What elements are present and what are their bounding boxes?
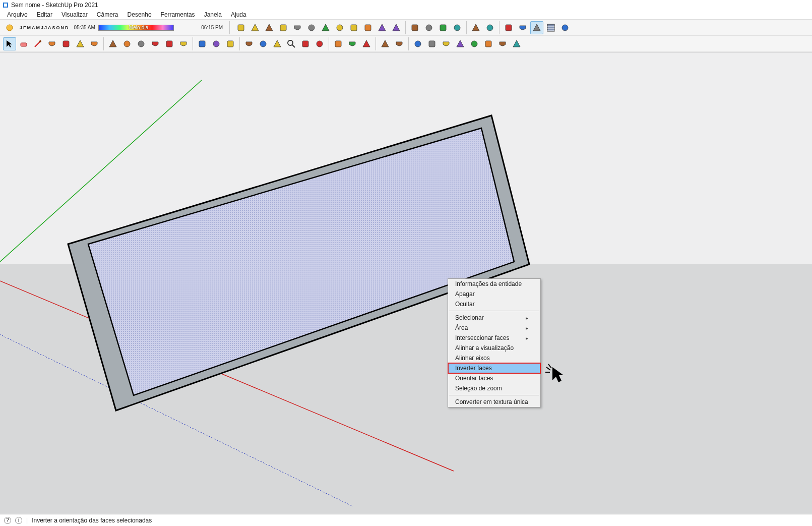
- style4-icon[interactable]: [516, 21, 529, 34]
- extension-icon[interactable]: [393, 37, 406, 50]
- toolbar-row-2: [0, 36, 812, 52]
- info-icon[interactable]: i: [15, 517, 22, 524]
- svg-point-50: [471, 41, 477, 47]
- pricing-icon[interactable]: [347, 21, 360, 34]
- ctx-sele-o-de-zoom[interactable]: Seleção de zoom: [448, 383, 540, 393]
- ctx-orientar-faces[interactable]: Orientar faces: [448, 373, 540, 383]
- svg-marker-13: [393, 24, 400, 31]
- svg-point-43: [317, 41, 323, 47]
- cost-icon[interactable]: [451, 21, 464, 34]
- style2-icon[interactable]: [483, 21, 496, 34]
- sun4-icon[interactable]: [454, 37, 467, 50]
- zoom-icon[interactable]: [285, 37, 298, 50]
- offset-icon[interactable]: [177, 37, 190, 50]
- pushpull-icon[interactable]: [88, 37, 101, 50]
- placemark-icon[interactable]: [248, 21, 262, 34]
- sun8-icon[interactable]: [510, 37, 523, 50]
- svg-point-9: [337, 25, 343, 31]
- ctx--rea[interactable]: Área▸: [448, 323, 540, 333]
- style1-icon[interactable]: [469, 21, 482, 34]
- svg-marker-8: [322, 24, 329, 31]
- move-icon[interactable]: [135, 37, 148, 50]
- scale2-icon[interactable]: [379, 37, 392, 50]
- chevron-right-icon: ▸: [526, 325, 528, 331]
- ctx-alinhar-eixos[interactable]: Alinhar eixos: [448, 353, 540, 363]
- sun5-icon[interactable]: [468, 37, 481, 50]
- cloud-icon[interactable]: [422, 21, 435, 34]
- svg-rect-48: [429, 41, 435, 47]
- menu-editar[interactable]: Editar: [33, 10, 56, 19]
- sun6-icon[interactable]: [482, 37, 495, 50]
- menu-ajuda[interactable]: Ajuda: [227, 10, 251, 19]
- scenes-icon[interactable]: [346, 37, 359, 50]
- position-camera-icon[interactable]: [313, 37, 326, 50]
- eraser-icon[interactable]: [17, 37, 30, 50]
- zoomextents-icon[interactable]: [299, 37, 312, 50]
- location-icon[interactable]: [305, 21, 318, 34]
- layers-icon[interactable]: [332, 37, 345, 50]
- help-icon[interactable]: ?: [4, 517, 11, 524]
- svg-point-19: [487, 25, 493, 31]
- menu-janela[interactable]: Janela: [200, 10, 226, 19]
- ctx-alinhar-a-visualiza-o[interactable]: Alinhar a visualização: [448, 343, 540, 353]
- menu-camera[interactable]: Câmera: [93, 10, 122, 19]
- ctx-selecionar[interactable]: Selecionar▸: [448, 313, 540, 323]
- dimension-icon[interactable]: [224, 37, 237, 50]
- ctx-ocultar[interactable]: Ocultar: [448, 299, 540, 309]
- lookaround-icon[interactable]: [271, 37, 284, 50]
- style-monochrome-icon[interactable]: [558, 21, 572, 34]
- house-icon[interactable]: [319, 21, 332, 34]
- shadow-icon[interactable]: [360, 37, 373, 50]
- enscape-start-icon[interactable]: [408, 21, 421, 34]
- ctx-item-label: Seleção de zoom: [455, 385, 502, 392]
- menu-desenho[interactable]: Desenho: [123, 10, 156, 19]
- rectangle-icon[interactable]: [45, 37, 58, 50]
- sun2-icon[interactable]: [425, 37, 439, 50]
- component-attributes-icon[interactable]: [291, 21, 304, 34]
- ctx-apagar[interactable]: Apagar: [448, 289, 540, 299]
- ctx-item-label: Informações da entidade: [455, 280, 522, 287]
- toolbars: JFMAMJJASOND 05:35 AM Meio-dia 06:15 PM: [0, 20, 812, 52]
- softenedges-icon[interactable]: [242, 37, 256, 50]
- send-icon[interactable]: [376, 21, 389, 34]
- style3-icon[interactable]: [502, 21, 515, 34]
- style5-icon[interactable]: [530, 21, 543, 34]
- line-icon[interactable]: [31, 37, 44, 50]
- section-icon[interactable]: [257, 37, 270, 50]
- followme-icon[interactable]: [120, 37, 134, 50]
- select-icon[interactable]: [3, 37, 16, 50]
- svg-point-26: [562, 25, 568, 31]
- 3dwarehouse-icon[interactable]: [361, 21, 374, 34]
- scale-icon[interactable]: [163, 37, 176, 50]
- ctx-converter-em-textura-nica[interactable]: Converter em textura única: [448, 397, 540, 407]
- ctx-informa-es-da-entidade[interactable]: Informações da entidade: [448, 279, 540, 289]
- component-options-icon[interactable]: [277, 21, 290, 34]
- clipboard-icon[interactable]: [436, 21, 450, 34]
- svg-point-2: [7, 25, 13, 31]
- style-textured-icon[interactable]: [544, 21, 557, 34]
- ctx-interseccionar-faces[interactable]: Interseccionar faces▸: [448, 333, 540, 343]
- circle-icon[interactable]: [74, 37, 87, 50]
- month-slider[interactable]: JFMAMJJASOND: [17, 25, 71, 30]
- preview-match-icon[interactable]: [263, 21, 276, 34]
- svg-rect-3: [238, 25, 244, 31]
- sun7-icon[interactable]: [496, 37, 509, 50]
- ctx-inverter-faces[interactable]: Inverter faces: [448, 363, 540, 373]
- model-info-icon[interactable]: [234, 21, 247, 34]
- upload-icon[interactable]: [333, 21, 346, 34]
- rotate-icon[interactable]: [149, 37, 162, 50]
- sun1-icon[interactable]: [411, 37, 424, 50]
- paintbucket-icon[interactable]: [106, 37, 119, 50]
- text-icon[interactable]: [210, 37, 223, 50]
- menu-arquivo[interactable]: Arquivo: [3, 10, 32, 19]
- arc-icon[interactable]: [59, 37, 73, 50]
- svg-marker-5: [266, 24, 273, 31]
- sun3-icon[interactable]: [440, 37, 453, 50]
- menu-ferramentas[interactable]: Ferramentas: [157, 10, 199, 19]
- viewport[interactable]: [0, 52, 812, 514]
- svg-point-38: [260, 41, 266, 47]
- menu-visualizar[interactable]: Visualizar: [57, 10, 92, 19]
- shadows-toggle-icon[interactable]: [3, 21, 16, 34]
- outliner-icon[interactable]: [390, 21, 403, 34]
- tape-icon[interactable]: [196, 37, 209, 50]
